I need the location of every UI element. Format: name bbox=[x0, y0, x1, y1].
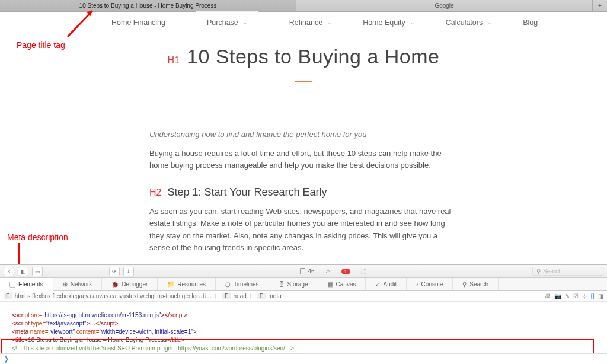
nav-purchase[interactable]: Purchase⌄ bbox=[196, 12, 258, 33]
devtools-tab-console[interactable]: › Console bbox=[407, 278, 453, 290]
checkbox-icon[interactable]: ☑ bbox=[573, 293, 579, 299]
devtools-tab-network[interactable]: ⊕ Network bbox=[53, 278, 103, 290]
tab-title: 10 Steps to Buying a House - Home Buying… bbox=[79, 2, 217, 9]
crumb-head[interactable]: E bbox=[222, 293, 231, 299]
log-count: ⬚ bbox=[361, 268, 366, 274]
browser-tab-active[interactable]: 10 Steps to Buying a House - Home Buying… bbox=[0, 0, 296, 11]
devtools-right-icons: 🖶 📷 ✎ ☑ ⊹ {} ◨ bbox=[545, 293, 603, 299]
devtools-tab-audit[interactable]: ✓ Audit bbox=[366, 278, 407, 290]
chevron-down-icon: ⌄ bbox=[243, 20, 248, 25]
print-icon[interactable]: 🖶 bbox=[545, 293, 551, 299]
nav-blog[interactable]: Blog bbox=[523, 18, 538, 27]
download-button[interactable]: ⤓ bbox=[123, 267, 134, 276]
devtools-tab-canvas[interactable]: ▦ Canvas bbox=[318, 278, 366, 290]
step1-heading: Step 1: Start Your Research Early bbox=[167, 184, 327, 201]
devtools-console-prompt[interactable]: ❯ bbox=[0, 353, 607, 364]
devtools-tab-search[interactable]: ⚲ Search bbox=[453, 278, 499, 290]
devtools-search[interactable]: ⚲ Search bbox=[532, 267, 603, 276]
devtools-tab-debugger[interactable]: 🐞 Debugger bbox=[102, 278, 158, 290]
browser-tab[interactable]: Google bbox=[296, 0, 593, 11]
src-line: <script type="text/javascript">…</script… bbox=[12, 320, 119, 327]
devtools-breadcrumb[interactable]: E html s.flexbox.flexboxlegacy.canvas.ca… bbox=[0, 291, 607, 302]
src-line: <title>10 Steps to Buying a House – Home… bbox=[12, 337, 184, 343]
step1-paragraph: As soon as you can, start reading Web si… bbox=[149, 206, 458, 254]
src-line: <script src="https://js-agent.newrelic.c… bbox=[12, 312, 187, 318]
chevron-down-icon: ⌄ bbox=[410, 20, 415, 25]
page-heading: 10 Steps to Buying a Home bbox=[187, 45, 439, 68]
devtools-toolbar: × ◧ ▭ ⟳ ⤓ 46 ⚠ 1 ⬚ ⚲ Search bbox=[0, 265, 607, 278]
close-devtools-button[interactable]: × bbox=[4, 267, 14, 276]
nav-calculators[interactable]: Calculators⌄ bbox=[446, 18, 493, 27]
chevron-down-icon: ⌄ bbox=[487, 20, 492, 25]
src-line: <meta name="viewport" content="width=dev… bbox=[12, 328, 197, 335]
nav-home-financing[interactable]: Home Financing bbox=[111, 18, 165, 27]
src-line: <!-- This site is optimized with the Yoa… bbox=[12, 345, 294, 352]
nav-home-equity[interactable]: Home Equity⌄ bbox=[363, 18, 415, 27]
error-count: 1 bbox=[341, 268, 350, 274]
devtools: × ◧ ▭ ⟳ ⤓ 46 ⚠ 1 ⬚ ⚲ Search Elements ⊕ N… bbox=[0, 264, 607, 364]
new-tab-button[interactable]: + bbox=[593, 0, 607, 11]
devtools-source[interactable]: <script src="https://js-agent.newrelic.c… bbox=[0, 302, 607, 353]
tab-title: Google bbox=[435, 2, 453, 9]
dock-side-button[interactable]: ◧ bbox=[18, 267, 28, 276]
camera-icon[interactable]: 📷 bbox=[554, 293, 561, 299]
devtools-tab-elements[interactable]: Elements bbox=[0, 278, 53, 291]
crumb-meta[interactable]: E bbox=[257, 293, 266, 299]
braces-icon[interactable]: {} bbox=[590, 293, 595, 299]
intro-tagline: Understanding how to find and finance th… bbox=[149, 129, 458, 141]
reload-button[interactable]: ⟳ bbox=[109, 267, 120, 276]
article-content: Understanding how to find and finance th… bbox=[149, 129, 458, 283]
dock-button[interactable]: ▭ bbox=[32, 267, 43, 276]
devtools-tab-timelines[interactable]: ◷ Timelines bbox=[216, 278, 269, 290]
brush-icon[interactable]: ✎ bbox=[565, 293, 570, 299]
crosshair-icon[interactable]: ⊹ bbox=[582, 293, 587, 299]
devtools-tab-resources[interactable]: 📁 Resources bbox=[158, 278, 216, 290]
devtools-tab-storage[interactable]: 🗄 Storage bbox=[269, 278, 318, 290]
src-line-selected: <meta name="description" content="The st… bbox=[0, 353, 607, 353]
h2-annotation: H2 bbox=[149, 186, 161, 200]
heading-rule bbox=[295, 81, 312, 82]
nav-refinance[interactable]: Refinance⌄ bbox=[289, 18, 332, 27]
panel-icon[interactable]: ◨ bbox=[598, 293, 603, 299]
h1-annotation: H1 bbox=[168, 55, 180, 66]
chevron-down-icon: ⌄ bbox=[327, 20, 332, 25]
doc-count: 46 bbox=[300, 268, 314, 274]
devtools-tabs: Elements ⊕ Network 🐞 Debugger 📁 Resource… bbox=[0, 278, 607, 291]
crumb-html[interactable]: E bbox=[4, 293, 12, 299]
article: H1 10 Steps to Buying a Home Understandi… bbox=[0, 33, 607, 283]
warning-count: ⚠ bbox=[325, 268, 331, 274]
intro-paragraph: Buying a house requires a lot of time an… bbox=[149, 148, 458, 171]
